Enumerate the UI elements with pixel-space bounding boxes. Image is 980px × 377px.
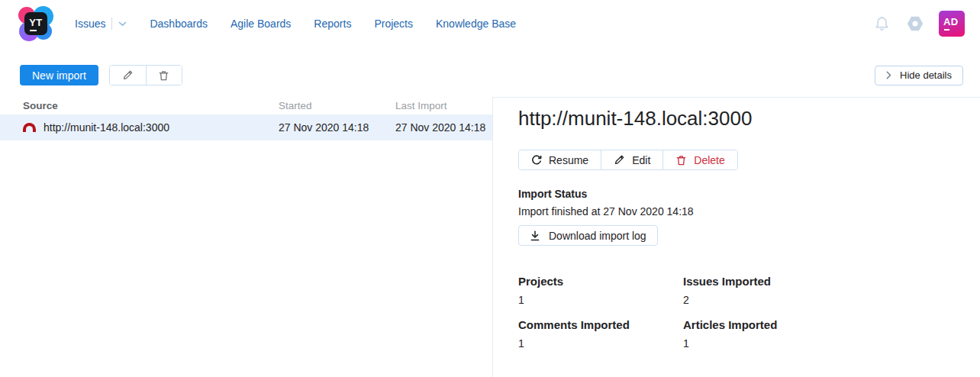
stat-articles-imported: Articles Imported 1 (683, 318, 956, 350)
download-icon (530, 230, 540, 241)
pencil-icon (122, 69, 134, 81)
nav-item-issues[interactable]: Issues (75, 18, 105, 30)
import-stats-grid: Projects 1 Issues Imported 2 Comments Im… (518, 275, 956, 350)
stat-value: 1 (518, 337, 683, 350)
column-header-started: Started (279, 100, 395, 111)
column-header-source: Source (23, 100, 279, 111)
stat-value: 1 (683, 337, 956, 350)
edit-import-button[interactable] (110, 66, 146, 85)
stat-value: 1 (518, 294, 683, 306)
import-toolbar: New import Hide details (20, 65, 963, 85)
delete-button[interactable]: Delete (662, 150, 737, 169)
stat-comments-imported: Comments Imported 1 (518, 318, 683, 350)
stat-issues-imported: Issues Imported 2 (683, 275, 956, 306)
stat-label: Issues Imported (683, 275, 956, 288)
last-import-cell: 27 Nov 2020 14:18 (395, 121, 492, 134)
imports-table: Source Started Last Import http://munit-… (0, 97, 492, 377)
new-import-button[interactable]: New import (20, 65, 98, 85)
content-area: Source Started Last Import http://munit-… (0, 97, 980, 377)
delete-import-button[interactable] (146, 66, 182, 85)
edit-label: Edit (632, 154, 650, 166)
table-row[interactable]: http://munit-148.local:3000 27 Nov 2020 … (0, 114, 492, 140)
delete-label: Delete (694, 154, 724, 166)
details-action-group: Resume Edit (518, 150, 738, 170)
details-panel: http://munit-148.local:3000 Resume (492, 97, 980, 377)
stat-value: 2 (683, 294, 956, 306)
top-navbar: YT Issues Dashboards Agile Boards Report… (0, 0, 980, 47)
avatar-initials: AD (943, 16, 958, 27)
bell-icon[interactable] (872, 14, 891, 34)
nav-item-reports[interactable]: Reports (314, 18, 351, 30)
hexagon-gear-icon[interactable] (905, 14, 925, 34)
stat-label: Comments Imported (518, 318, 683, 331)
edit-button[interactable]: Edit (601, 150, 662, 169)
edit-delete-button-group (109, 65, 182, 85)
youtrack-logo[interactable]: YT (18, 6, 53, 41)
resume-label: Resume (549, 154, 588, 166)
nav-item-knowledge-base[interactable]: Knowledge Base (436, 18, 516, 30)
stat-label: Articles Imported (683, 318, 956, 331)
main-navigation: Issues Dashboards Agile Boards Reports P… (75, 18, 516, 30)
hide-details-label: Hide details (900, 69, 952, 81)
started-cell: 27 Nov 2020 14:18 (279, 121, 395, 134)
resume-button[interactable]: Resume (519, 150, 601, 169)
nav-item-agile-boards[interactable]: Agile Boards (230, 18, 291, 30)
import-status-text: Import finished at 27 Nov 2020 14:18 (518, 205, 956, 218)
trash-icon (675, 154, 687, 166)
download-import-log-button[interactable]: Download import log (518, 225, 658, 246)
details-title: http://munit-148.local:3000 (518, 105, 956, 131)
column-header-last-import: Last Import (395, 100, 492, 111)
source-cell: http://munit-148.local:3000 (23, 121, 279, 134)
avatar[interactable]: AD (939, 11, 965, 37)
sync-icon (531, 155, 542, 166)
logo-yt-mark: YT (24, 12, 47, 35)
navbar-right-tray: AD (872, 11, 965, 37)
nav-item-projects[interactable]: Projects (374, 18, 413, 30)
nav-separator (111, 18, 112, 30)
chevron-right-icon (886, 71, 891, 79)
chevron-down-icon[interactable] (118, 21, 127, 27)
import-status-heading: Import Status (518, 188, 956, 200)
download-import-log-label: Download import log (549, 230, 646, 242)
stat-label: Projects (518, 275, 683, 288)
table-header: Source Started Last Import (0, 97, 492, 114)
nav-issues-group: Issues (75, 18, 127, 30)
nav-item-dashboards[interactable]: Dashboards (150, 18, 208, 30)
import-source-logo-icon (23, 123, 36, 132)
stat-projects: Projects 1 (518, 275, 683, 306)
pencil-icon (614, 154, 625, 166)
source-url: http://munit-148.local:3000 (44, 121, 169, 134)
trash-icon (158, 69, 169, 82)
hide-details-button[interactable]: Hide details (875, 66, 963, 85)
